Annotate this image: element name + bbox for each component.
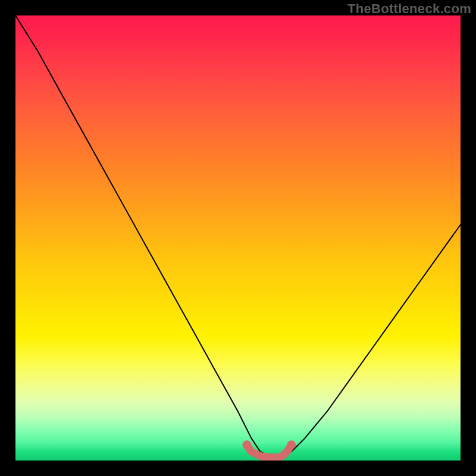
highlight-start-dot <box>242 440 251 449</box>
chart-canvas <box>15 15 461 461</box>
curve-black <box>15 15 461 456</box>
chart-frame: TheBottleneck.com <box>0 0 476 476</box>
plot-area <box>15 15 461 461</box>
curve-highlight <box>247 445 292 458</box>
highlight-end-dot <box>287 440 296 449</box>
watermark-text: TheBottleneck.com <box>347 1 471 17</box>
